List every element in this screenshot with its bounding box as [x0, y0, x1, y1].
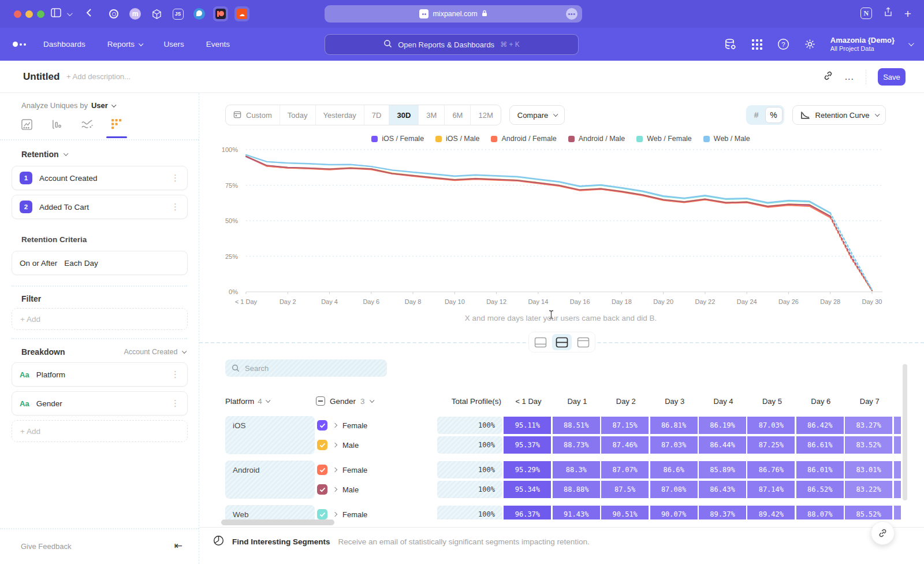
series-checkbox[interactable]	[317, 509, 327, 520]
more-options-button[interactable]: ...	[845, 72, 854, 82]
nav-item-reports[interactable]: Reports	[107, 40, 142, 49]
retention-cell[interactable]: 87.5%	[601, 481, 649, 498]
range-30d[interactable]: 30D	[389, 105, 419, 125]
analyze-entity-selector[interactable]: User	[91, 101, 108, 110]
legend-item-ios-female[interactable]: iOS / Female	[371, 135, 424, 143]
share-icon[interactable]	[884, 7, 893, 20]
retention-cell[interactable]: 83.01%	[845, 461, 892, 478]
retention-cell[interactable]: 95.11%	[504, 417, 551, 434]
retention-cell[interactable]: 83.22%	[845, 481, 892, 498]
tab-insights[interactable]	[18, 118, 35, 136]
column-header-total[interactable]: Total Profile(s)	[437, 397, 502, 406]
apps-grid-icon[interactable]	[751, 38, 763, 51]
compare-button[interactable]: Compare	[509, 105, 565, 125]
retention-criteria-card[interactable]: On or After Each Day	[12, 251, 188, 275]
platform-cell[interactable]: Android	[225, 461, 315, 499]
series-checkbox[interactable]	[317, 465, 327, 475]
retention-step-added-to-cart[interactable]: 2Added To Cart⋮	[12, 195, 188, 219]
retention-cell[interactable]: 87.08%	[650, 481, 698, 498]
range-6m[interactable]: 6M	[445, 105, 471, 125]
expand-chevron-icon[interactable]	[333, 423, 337, 428]
report-title[interactable]: Untitled	[23, 71, 59, 83]
nav-item-users[interactable]: Users	[164, 40, 184, 49]
retention-cell[interactable]: 87.03%	[650, 436, 698, 454]
chart-caption[interactable]: X and more days later your users came ba…	[246, 314, 875, 322]
mixpanel-logo[interactable]	[13, 42, 26, 47]
retention-cell[interactable]: 91.43%	[553, 506, 600, 520]
column-header-day-3[interactable]: Day 3	[651, 397, 698, 406]
extension-cube-icon[interactable]	[149, 6, 164, 21]
retention-step-account-created[interactable]: 1Account Created⋮	[12, 166, 188, 190]
retention-cell[interactable]: 88.73%	[553, 436, 600, 454]
chart-type-selector[interactable]: Retention Curve	[792, 105, 886, 125]
range-3m[interactable]: 3M	[419, 105, 445, 125]
series-checkbox[interactable]	[317, 420, 327, 431]
retention-cell[interactable]: 88.88%	[553, 481, 600, 498]
expand-chevron-icon[interactable]	[333, 467, 337, 472]
close-window-button[interactable]	[14, 10, 21, 18]
retention-cell[interactable]: 90.07%	[650, 506, 698, 520]
collapse-sidebar-icon[interactable]: ⇤	[174, 540, 182, 552]
retention-cell[interactable]: 87.14%	[747, 481, 795, 498]
retention-cell[interactable]: 95.37%	[504, 436, 551, 454]
retention-cell[interactable]: 86.81%	[650, 417, 698, 434]
horizontal-scrollbar[interactable]	[221, 520, 334, 525]
series-checkbox[interactable]	[317, 484, 327, 495]
global-search[interactable]: Open Reports & Dashboards ⌘ + K	[325, 34, 579, 55]
column-header-gender[interactable]: Gender 3	[316, 396, 437, 406]
range-today[interactable]: Today	[280, 105, 316, 125]
chevron-down-icon[interactable]	[67, 10, 73, 16]
legend-item-android-female[interactable]: Android / Female	[491, 135, 556, 143]
retention-cell[interactable]: 89.37%	[699, 506, 746, 520]
column-header-platform[interactable]: Platform 4	[225, 397, 316, 406]
site-options-icon[interactable]: •••	[566, 8, 578, 20]
sidebar-toggle-icon[interactable]	[51, 8, 61, 20]
retention-cell[interactable]: 86.6%	[650, 461, 698, 478]
back-button[interactable]	[86, 8, 92, 20]
criteria-on-or-after[interactable]: On or After	[20, 259, 57, 268]
series-checkbox[interactable]	[317, 440, 327, 450]
breakdown-item-gender[interactable]: AaGender⋮	[12, 391, 188, 415]
retention-cell[interactable]: 89.42%	[747, 506, 795, 520]
gender-select-all-checkbox[interactable]	[316, 396, 325, 406]
retention-section-label[interactable]: Retention	[21, 150, 59, 159]
table-search-input[interactable]: Search	[225, 359, 387, 377]
retention-cell[interactable]: 87.46%	[601, 436, 649, 454]
layout-table-focus-button[interactable]	[573, 334, 593, 350]
column-header-day-2[interactable]: Day 2	[602, 397, 650, 406]
notion-icon[interactable]: N	[860, 8, 872, 19]
retention-cell[interactable]: 87.15%	[601, 417, 649, 434]
range-yesterday[interactable]: Yesterday	[316, 105, 364, 125]
add-filter-button[interactable]: + Add	[12, 308, 188, 330]
data-management-icon[interactable]	[724, 38, 737, 51]
column-header-day-1[interactable]: Day 1	[553, 397, 601, 406]
settings-gear-icon[interactable]	[804, 38, 817, 51]
column-header-day-4[interactable]: Day 4	[700, 397, 747, 406]
org-switcher[interactable]: Amazonia {Demo} All Project Data	[830, 36, 895, 53]
breakdown-scope-selector[interactable]: Account Created	[124, 348, 185, 356]
retention-cell[interactable]: 87.25%	[747, 436, 795, 454]
kebab-menu-icon[interactable]: ⋮	[171, 205, 180, 209]
retention-cell[interactable]: 90.51%	[601, 506, 649, 520]
segments-title[interactable]: Find Interesting Segments	[232, 537, 330, 546]
maximize-window-button[interactable]	[37, 10, 44, 18]
retention-cell[interactable]: 87.07%	[601, 461, 649, 478]
give-feedback-link[interactable]: Give Feedback	[21, 542, 71, 551]
platform-cell[interactable]: Web	[225, 505, 315, 520]
tab-funnels[interactable]	[49, 118, 65, 136]
unit-percent-button[interactable]: %	[765, 107, 783, 123]
column-header-day-7[interactable]: Day 7	[846, 397, 893, 406]
retention-cell[interactable]: 86.19%	[699, 417, 746, 434]
range-7d[interactable]: 7D	[364, 105, 390, 125]
extension-duckduckgo-icon[interactable]	[192, 6, 207, 21]
address-bar[interactable]: mixpanel.com •••	[325, 5, 582, 23]
add-breakdown-button[interactable]: + Add	[12, 420, 188, 442]
breakdown-item-platform[interactable]: AaPlatform⋮	[12, 362, 188, 387]
column-header-day-6[interactable]: Day 6	[797, 397, 844, 406]
tab-flows[interactable]	[79, 118, 95, 136]
extension-js-icon[interactable]: JS	[170, 6, 185, 21]
kebab-menu-icon[interactable]: ⋮	[171, 373, 180, 376]
add-description[interactable]: + Add description...	[66, 72, 131, 81]
extension-patreon-icon[interactable]	[213, 6, 228, 21]
retention-cell[interactable]: 86.52%	[796, 481, 844, 498]
